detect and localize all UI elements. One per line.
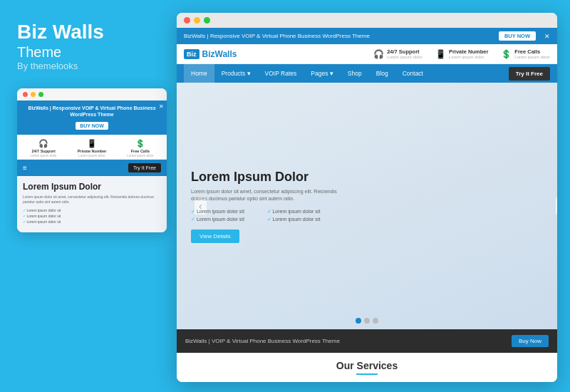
feature-support: 🎧 24/7 Support Lorem ipsum dolor bbox=[373, 48, 423, 59]
right-panel: BizWalls | Responsive VOIP & Virtual Pho… bbox=[177, 0, 570, 392]
logo-text: BizWalls bbox=[202, 49, 237, 59]
phone-icon: 📱 bbox=[435, 49, 446, 59]
desktop-try-it-free-button[interactable]: Try It Free bbox=[509, 67, 550, 81]
free-calls-icon: 💲 bbox=[135, 139, 145, 148]
slider-dot-1[interactable] bbox=[356, 318, 361, 324]
mobile-check-list: Lorem ipsum dolor sit Lorem ipsum dolor … bbox=[23, 208, 161, 224]
mobile-dots bbox=[17, 88, 167, 100]
feature-private-sub: Lorem ipsum dolor bbox=[449, 55, 488, 59]
mobile-check-1: Lorem ipsum dolor sit bbox=[23, 208, 161, 212]
nav-voip-rates[interactable]: VOIP Rates bbox=[258, 64, 304, 83]
logo-icon: Biz bbox=[184, 49, 200, 59]
feature-private: 📱 Private Number Lorem ipsum dolor bbox=[435, 48, 488, 59]
feature-private-label: Private Number bbox=[449, 48, 488, 55]
nav-products[interactable]: Products ▾ bbox=[214, 64, 258, 83]
slider-dot-3[interactable] bbox=[373, 318, 378, 324]
theme-title-block: Biz Walls Theme By themelooks bbox=[17, 21, 162, 71]
mobile-icon-free-calls: 💲 Free Calls Lorem ipsum dolor bbox=[127, 139, 153, 158]
feature-support-sub: Lorem ipsum dolor bbox=[387, 55, 423, 59]
mobile-bar-text: BizWalls | Responsive VOIP & Virtual Pho… bbox=[23, 105, 161, 118]
private-sublabel: Lorem ipsum dolor bbox=[78, 154, 105, 158]
theme-subtitle: Theme bbox=[17, 43, 162, 61]
desktop-dot-green bbox=[204, 17, 210, 24]
mobile-close-icon[interactable]: ✕ bbox=[159, 103, 164, 110]
page-container: Biz Walls Theme By themelooks BizWalls |… bbox=[0, 0, 570, 392]
slider-dot-2[interactable] bbox=[364, 318, 370, 324]
private-icon: 📱 bbox=[87, 139, 97, 148]
view-details-button[interactable]: View Details bbox=[191, 229, 239, 243]
mobile-browser-bar: BizWalls | Responsive VOIP & Virtual Pho… bbox=[17, 100, 167, 135]
services-underline bbox=[356, 373, 378, 375]
desktop-close-icon[interactable]: ✕ bbox=[544, 33, 550, 40]
hero-check-1: Lorem ipsum dolor sit bbox=[191, 209, 265, 215]
desktop-bar-text: BizWalls | Responsive VOIP & Virtual Pho… bbox=[184, 33, 370, 39]
feature-free-calls-sub: Lorem ipsum dolor bbox=[514, 55, 550, 59]
mobile-mockup: BizWalls | Responsive VOIP & Virtual Pho… bbox=[17, 88, 167, 233]
services-title: Our Services bbox=[184, 360, 550, 371]
mobile-dot-red bbox=[23, 92, 28, 97]
footer-text: BizWalls | VOIP & Virtual Phone Business… bbox=[185, 338, 340, 344]
desktop-logo: Biz BizWalls bbox=[184, 49, 237, 59]
mobile-dot-green bbox=[38, 92, 43, 97]
feature-support-label: 24/7 Support bbox=[387, 48, 423, 55]
private-label: Private Number bbox=[78, 149, 107, 153]
mobile-hero: Lorem Ipsum Dolor Lorem ipsum dolor sit … bbox=[17, 176, 167, 232]
dollar-icon: 💲 bbox=[501, 49, 512, 59]
free-calls-sublabel: Lorem ipsum dolor bbox=[127, 154, 153, 158]
mobile-check-3: Lorem ipsum dolor sit bbox=[23, 220, 161, 224]
nav-pages[interactable]: Pages ▾ bbox=[304, 64, 340, 83]
desktop-footer-bar: BizWalls | VOIP & Virtual Phone Business… bbox=[177, 329, 557, 353]
desktop-dot-red bbox=[184, 17, 190, 24]
footer-buy-button[interactable]: Buy Now bbox=[512, 335, 549, 347]
desktop-dot-yellow bbox=[194, 17, 200, 24]
desktop-brand-bar: Biz BizWalls 🎧 24/7 Support Lorem ipsum … bbox=[177, 44, 557, 64]
left-panel: Biz Walls Theme By themelooks BizWalls |… bbox=[0, 0, 177, 392]
nav-shop[interactable]: Shop bbox=[341, 64, 369, 83]
mobile-nav-bar: ≡ Try It Free bbox=[17, 160, 167, 176]
slider-dots bbox=[356, 318, 378, 324]
nav-contact[interactable]: Contact bbox=[395, 64, 430, 83]
support-sublabel: Lorem ipsum dolor bbox=[30, 154, 56, 158]
desktop-nav: Home Products ▾ VOIP Rates Pages ▾ Shop … bbox=[177, 64, 557, 83]
mobile-check-2: Lorem ipsum dolor sit bbox=[23, 214, 161, 218]
hero-check-2: Lorem ipsum dolor sit bbox=[267, 209, 341, 215]
mobile-try-it-free-button[interactable]: Try It Free bbox=[128, 163, 161, 172]
hero-content: Lorem Ipsum Dolor Lorem ipsum dolor sit … bbox=[191, 170, 341, 243]
desktop-features: 🎧 24/7 Support Lorem ipsum dolor 📱 Priva… bbox=[373, 48, 550, 59]
desktop-top-bar: BizWalls | Responsive VOIP & Virtual Pho… bbox=[177, 28, 557, 44]
mobile-icon-support: 🎧 24/7 Support Lorem ipsum dolor bbox=[30, 139, 56, 158]
hero-checks: Lorem ipsum dolor sit Lorem ipsum dolor … bbox=[191, 209, 341, 222]
mobile-browser-bar-wrapper: BizWalls | Responsive VOIP & Virtual Pho… bbox=[17, 100, 167, 135]
hamburger-icon[interactable]: ≡ bbox=[23, 164, 27, 172]
mobile-buy-button[interactable]: BUY NOW bbox=[76, 122, 108, 130]
desktop-services: Our Services bbox=[177, 353, 557, 382]
desktop-dots bbox=[177, 13, 557, 28]
support-icon: 🎧 bbox=[38, 139, 48, 148]
desktop-buy-now-button[interactable]: BUY NOW bbox=[499, 31, 536, 41]
hero-check-4: Lorem ipsum dolor sit bbox=[267, 217, 341, 222]
mobile-hero-title: Lorem Ipsum Dolor bbox=[23, 182, 161, 192]
nav-blog[interactable]: Blog bbox=[369, 64, 395, 83]
hero-title: Lorem Ipsum Dolor bbox=[191, 170, 341, 185]
theme-author: By themelooks bbox=[17, 61, 162, 71]
mobile-hero-desc: Lorem ipsum dolor sit amet, consectetur … bbox=[23, 195, 161, 205]
hero-check-3: Lorem ipsum dolor sit bbox=[191, 217, 265, 222]
headphone-icon: 🎧 bbox=[373, 49, 384, 59]
hero-desc: Lorem ipsum dolor sit amet, consectetur … bbox=[191, 188, 341, 203]
mobile-icons-row: 🎧 24/7 Support Lorem ipsum dolor 📱 Priva… bbox=[17, 135, 167, 160]
desktop-hero: Lorem Ipsum Dolor Lorem ipsum dolor sit … bbox=[177, 83, 557, 329]
feature-free-calls-label: Free Calls bbox=[514, 48, 550, 55]
mobile-dot-yellow bbox=[31, 92, 36, 97]
desktop-mockup: BizWalls | Responsive VOIP & Virtual Pho… bbox=[177, 13, 557, 382]
free-calls-label: Free Calls bbox=[131, 149, 150, 153]
theme-title: Biz Walls bbox=[17, 21, 162, 43]
nav-home[interactable]: Home bbox=[184, 64, 214, 83]
mobile-icon-private: 📱 Private Number Lorem ipsum dolor bbox=[78, 139, 107, 158]
feature-free-calls: 💲 Free Calls Lorem ipsum dolor bbox=[501, 48, 550, 59]
support-label: 24/7 Support bbox=[31, 149, 55, 153]
